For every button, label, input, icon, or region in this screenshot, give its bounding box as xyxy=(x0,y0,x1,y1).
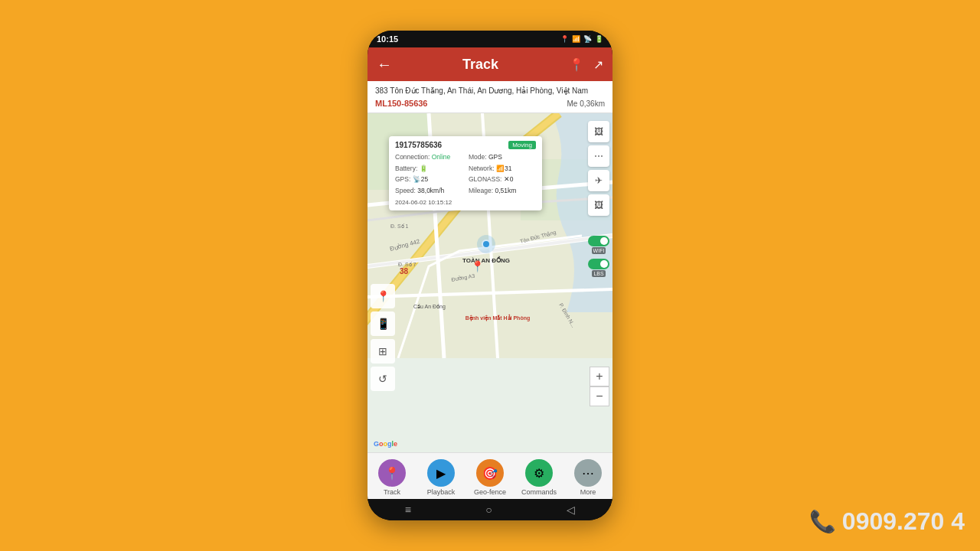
bottom-nav: 📍 Track ▶ Playback 🎯 Geo-fence ⚙ Command… xyxy=(368,452,612,499)
watermark: 📞 0909.270 4 xyxy=(809,507,965,536)
status-icons: 📍 📶 📡 🔋 xyxy=(560,35,603,43)
popup-gps: GPS: 📡25 xyxy=(395,174,462,185)
nav-item-track[interactable]: 📍 Track xyxy=(368,456,416,497)
playback-nav-icon: ▶ xyxy=(427,459,455,487)
back-button[interactable]: ← xyxy=(377,56,392,73)
nav-item-playback[interactable]: ▶ Playback xyxy=(416,456,466,497)
geofence-nav-icon: 🎯 xyxy=(476,459,504,487)
lbs-toggle-item[interactable]: LBS xyxy=(588,259,609,277)
wifi-toggle-switch[interactable] xyxy=(588,236,609,246)
app-header: ← Track 📍 ↗ xyxy=(368,47,612,81)
status-bar: 10:15 📍 📶 📡 🔋 xyxy=(368,31,612,47)
map-btn-navigate[interactable]: ✈ xyxy=(588,170,609,191)
location-status-icon: 📍 xyxy=(560,35,569,43)
more-nav-icon: ⋯ xyxy=(574,459,602,487)
focus-location-button[interactable]: 📍 xyxy=(371,284,395,308)
wifi-status-icon: 📶 xyxy=(572,35,580,43)
popup-mode: Mode: GPS xyxy=(469,152,536,163)
more-nav-label: More xyxy=(580,488,596,496)
map-btn-menu[interactable]: ⋯ xyxy=(588,145,609,167)
watermark-phone-icon: 📞 xyxy=(809,509,836,534)
map-area[interactable]: Đường 442 Đường A3 Tôn Đức Thắng Cầu An … xyxy=(368,113,612,452)
popup-connection: Connection: Online xyxy=(395,152,462,163)
layers-button[interactable]: ⊞ xyxy=(371,339,395,364)
info-strip: 383 Tôn Đức Thắng, An Thái, An Dương, Hả… xyxy=(368,81,612,113)
watermark-number: 0909.270 4 xyxy=(842,507,965,536)
distance-info: Me 0,36km xyxy=(567,99,605,108)
header-icons: 📍 ↗ xyxy=(569,57,603,72)
popup-status-badge: Moving xyxy=(508,141,536,149)
popup-glonass: GLONASS: ✕0 xyxy=(469,174,536,185)
commands-nav-label: Commands xyxy=(521,488,557,496)
nav-item-geofence[interactable]: 🎯 Geo-fence xyxy=(466,456,514,497)
sys-back-button[interactable]: ◁ xyxy=(567,504,575,516)
popup-network: Network: 📶31 xyxy=(469,164,536,174)
zoom-out-button[interactable]: − xyxy=(590,386,609,406)
phone-button[interactable]: 📱 xyxy=(371,311,395,336)
playback-nav-label: Playback xyxy=(427,488,456,496)
commands-nav-icon: ⚙ xyxy=(525,459,553,487)
nav-item-commands[interactable]: ⚙ Commands xyxy=(514,456,564,497)
refresh-button[interactable]: ↺ xyxy=(371,367,395,391)
wifi-toggle-label: WIFI xyxy=(592,247,606,254)
lbs-toggle-switch[interactable] xyxy=(588,259,609,269)
popup-speed: Speed: 38,0km/h xyxy=(395,186,462,197)
place-pin: 📍 xyxy=(471,260,484,272)
device-id[interactable]: ML150-85636 xyxy=(375,99,428,108)
map-btn-photo[interactable]: 🖼 xyxy=(588,121,609,142)
nav-item-more[interactable]: ⋯ More xyxy=(564,456,612,497)
zoom-in-button[interactable]: + xyxy=(590,367,609,386)
popup-mileage: Mileage: 0,51km xyxy=(469,186,536,197)
page-title: Track xyxy=(462,57,498,73)
map-left-buttons: 📍 📱 ⊞ ↺ xyxy=(371,284,395,391)
svg-text:Đ. Số 1: Đ. Số 1 xyxy=(390,223,409,229)
device-popup: 19175785636 Moving Connection: Online Mo… xyxy=(389,136,542,210)
wifi-toggle-item[interactable]: WIFI xyxy=(588,236,609,254)
svg-text:Bệnh viện Mắt Hải Phòng: Bệnh viện Mắt Hải Phòng xyxy=(466,314,530,321)
geofence-nav-label: Geo-fence xyxy=(474,488,506,496)
popup-battery: Battery: 🔋 xyxy=(395,164,462,174)
zoom-buttons: + − xyxy=(590,367,609,406)
status-time: 10:15 xyxy=(377,34,398,44)
device-info-row: ML150-85636 Me 0,36km xyxy=(375,99,605,108)
signal-status-icon: 📡 xyxy=(583,35,592,43)
track-nav-icon: 📍 xyxy=(378,459,406,487)
svg-text:Đ. Số 7: Đ. Số 7 xyxy=(398,262,416,267)
lbs-toggle-label: LBS xyxy=(592,270,605,277)
address-text: 383 Tôn Đức Thắng, An Thái, An Dương, Hả… xyxy=(375,86,605,96)
svg-text:TOÀN AN ĐỒNG: TOÀN AN ĐỒNG xyxy=(462,256,510,264)
svg-text:Cầu An Đồng: Cầu An Đồng xyxy=(413,304,446,310)
track-nav-label: Track xyxy=(384,488,400,496)
share-header-icon[interactable]: ↗ xyxy=(593,57,603,72)
map-btn-gallery[interactable]: 🖼 xyxy=(588,194,609,216)
popup-header: 19175785636 Moving xyxy=(395,141,536,149)
battery-status-icon: 🔋 xyxy=(595,35,603,43)
map-toggles: WIFI LBS xyxy=(588,236,609,277)
phone-container: 10:15 📍 📶 📡 🔋 ← Track 📍 ↗ 383 Tôn Đức Th… xyxy=(368,31,612,520)
popup-device-name: 19175785636 xyxy=(395,141,442,149)
system-nav: ≡ ○ ◁ xyxy=(368,499,612,520)
location-header-icon[interactable]: 📍 xyxy=(569,57,584,72)
sys-menu-button[interactable]: ≡ xyxy=(405,504,411,516)
sys-home-button[interactable]: ○ xyxy=(485,504,492,516)
popup-timestamp: 2024-06-02 10:15:12 xyxy=(395,199,536,206)
map-right-buttons: 🖼 ⋯ ✈ 🖼 xyxy=(588,121,609,216)
google-logo: Google xyxy=(374,440,397,448)
svg-text:38: 38 xyxy=(400,267,409,276)
popup-details-grid: Connection: Online Mode: GPS Battery: 🔋 … xyxy=(395,152,536,196)
my-location-dot xyxy=(482,240,491,249)
